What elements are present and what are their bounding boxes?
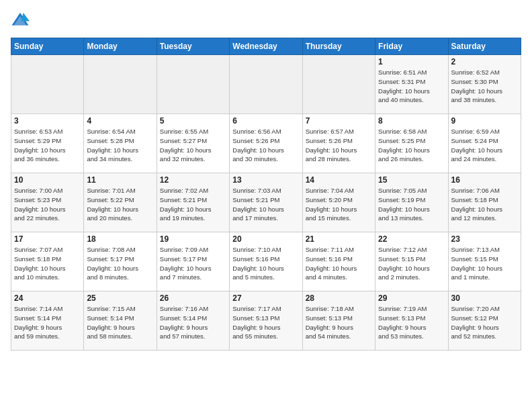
day-number: 4 [87, 116, 153, 126]
day-number: 26 [160, 293, 226, 303]
day-info: Sunrise: 6:51 AM Sunset: 5:31 PM Dayligh… [378, 68, 445, 105]
day-info: Sunrise: 7:03 AM Sunset: 5:21 PM Dayligh… [232, 186, 299, 223]
calendar: SundayMondayTuesdayWednesdayThursdayFrid… [11, 38, 521, 351]
calendar-cell: 19Sunrise: 7:09 AM Sunset: 5:17 PM Dayli… [157, 232, 229, 291]
day-number: 2 [451, 57, 518, 66]
svg-marker-2 [21, 13, 30, 21]
day-info: Sunrise: 7:07 AM Sunset: 5:18 PM Dayligh… [14, 245, 81, 282]
day-info: Sunrise: 7:14 AM Sunset: 5:14 PM Dayligh… [14, 304, 81, 341]
calendar-header: SundayMondayTuesdayWednesdayThursdayFrid… [11, 38, 521, 55]
day-info: Sunrise: 6:58 AM Sunset: 5:25 PM Dayligh… [378, 127, 445, 164]
day-info: Sunrise: 6:56 AM Sunset: 5:26 PM Dayligh… [232, 127, 299, 164]
weekday-header: Wednesday [230, 38, 302, 55]
calendar-cell: 21Sunrise: 7:11 AM Sunset: 5:16 PM Dayli… [302, 232, 375, 291]
day-number: 23 [451, 234, 518, 244]
day-number: 16 [451, 175, 518, 185]
day-number: 21 [306, 234, 372, 244]
calendar-week: 24Sunrise: 7:14 AM Sunset: 5:14 PM Dayli… [11, 291, 521, 351]
day-number: 28 [306, 293, 372, 303]
calendar-cell: 22Sunrise: 7:12 AM Sunset: 5:15 PM Dayli… [375, 232, 448, 291]
day-number: 12 [160, 175, 226, 185]
calendar-cell: 15Sunrise: 7:05 AM Sunset: 5:19 PM Dayli… [375, 173, 448, 232]
day-info: Sunrise: 7:08 AM Sunset: 5:17 PM Dayligh… [87, 245, 153, 282]
logo [11, 11, 32, 30]
day-number: 15 [378, 175, 445, 185]
calendar-body: 1Sunrise: 6:51 AM Sunset: 5:31 PM Daylig… [11, 55, 521, 351]
page: SundayMondayTuesdayWednesdayThursdayFrid… [0, 0, 532, 357]
day-info: Sunrise: 7:06 AM Sunset: 5:18 PM Dayligh… [451, 186, 518, 223]
calendar-cell: 18Sunrise: 7:08 AM Sunset: 5:17 PM Dayli… [84, 232, 157, 291]
day-number: 14 [306, 175, 372, 185]
calendar-cell: 4Sunrise: 6:54 AM Sunset: 5:28 PM Daylig… [84, 114, 157, 173]
day-info: Sunrise: 7:02 AM Sunset: 5:21 PM Dayligh… [160, 186, 226, 223]
day-number: 17 [14, 234, 81, 244]
calendar-cell [11, 55, 84, 114]
calendar-week: 3Sunrise: 6:53 AM Sunset: 5:29 PM Daylig… [11, 114, 521, 173]
day-number: 8 [378, 116, 445, 126]
day-info: Sunrise: 7:19 AM Sunset: 5:13 PM Dayligh… [378, 304, 445, 341]
day-info: Sunrise: 7:04 AM Sunset: 5:20 PM Dayligh… [306, 186, 372, 223]
day-number: 29 [378, 293, 445, 303]
day-info: Sunrise: 7:00 AM Sunset: 5:23 PM Dayligh… [14, 186, 81, 223]
calendar-cell: 7Sunrise: 6:57 AM Sunset: 5:26 PM Daylig… [302, 114, 375, 173]
calendar-cell: 10Sunrise: 7:00 AM Sunset: 5:23 PM Dayli… [11, 173, 84, 232]
weekday-header: Tuesday [157, 38, 229, 55]
weekday-header: Saturday [448, 38, 521, 55]
calendar-cell: 26Sunrise: 7:16 AM Sunset: 5:14 PM Dayli… [157, 291, 229, 351]
day-info: Sunrise: 6:59 AM Sunset: 5:24 PM Dayligh… [451, 127, 518, 164]
day-info: Sunrise: 7:01 AM Sunset: 5:22 PM Dayligh… [87, 186, 153, 223]
calendar-cell: 23Sunrise: 7:13 AM Sunset: 5:15 PM Dayli… [448, 232, 521, 291]
day-number: 13 [232, 175, 299, 185]
calendar-cell: 29Sunrise: 7:19 AM Sunset: 5:13 PM Dayli… [375, 291, 448, 351]
day-number: 18 [87, 234, 153, 244]
calendar-cell: 27Sunrise: 7:17 AM Sunset: 5:13 PM Dayli… [230, 291, 302, 351]
day-number: 30 [451, 293, 518, 303]
day-info: Sunrise: 6:57 AM Sunset: 5:26 PM Dayligh… [306, 127, 372, 164]
day-number: 1 [378, 57, 445, 66]
calendar-cell: 6Sunrise: 6:56 AM Sunset: 5:26 PM Daylig… [230, 114, 302, 173]
day-number: 25 [87, 293, 153, 303]
calendar-cell: 28Sunrise: 7:18 AM Sunset: 5:13 PM Dayli… [302, 291, 375, 351]
calendar-cell: 3Sunrise: 6:53 AM Sunset: 5:29 PM Daylig… [11, 114, 84, 173]
calendar-cell: 16Sunrise: 7:06 AM Sunset: 5:18 PM Dayli… [448, 173, 521, 232]
day-number: 10 [14, 175, 81, 185]
day-number: 24 [14, 293, 81, 303]
calendar-cell [302, 55, 375, 114]
day-info: Sunrise: 7:18 AM Sunset: 5:13 PM Dayligh… [306, 304, 372, 341]
calendar-cell: 8Sunrise: 6:58 AM Sunset: 5:25 PM Daylig… [375, 114, 448, 173]
day-number: 19 [160, 234, 226, 244]
day-info: Sunrise: 6:54 AM Sunset: 5:28 PM Dayligh… [87, 127, 153, 164]
calendar-cell: 17Sunrise: 7:07 AM Sunset: 5:18 PM Dayli… [11, 232, 84, 291]
calendar-week: 17Sunrise: 7:07 AM Sunset: 5:18 PM Dayli… [11, 232, 521, 291]
calendar-cell [84, 55, 157, 114]
calendar-cell: 2Sunrise: 6:52 AM Sunset: 5:30 PM Daylig… [448, 55, 521, 114]
header [11, 11, 521, 30]
calendar-week: 1Sunrise: 6:51 AM Sunset: 5:31 PM Daylig… [11, 55, 521, 114]
day-info: Sunrise: 7:12 AM Sunset: 5:15 PM Dayligh… [378, 245, 445, 282]
calendar-cell: 20Sunrise: 7:10 AM Sunset: 5:16 PM Dayli… [230, 232, 302, 291]
weekday-header: Sunday [11, 38, 84, 55]
day-info: Sunrise: 7:13 AM Sunset: 5:15 PM Dayligh… [451, 245, 518, 282]
day-number: 20 [232, 234, 299, 244]
weekday-header: Thursday [302, 38, 375, 55]
day-number: 22 [378, 234, 445, 244]
weekday-header: Monday [84, 38, 157, 55]
calendar-cell: 1Sunrise: 6:51 AM Sunset: 5:31 PM Daylig… [375, 55, 448, 114]
day-info: Sunrise: 7:16 AM Sunset: 5:14 PM Dayligh… [160, 304, 226, 341]
day-info: Sunrise: 7:17 AM Sunset: 5:13 PM Dayligh… [232, 304, 299, 341]
day-info: Sunrise: 7:11 AM Sunset: 5:16 PM Dayligh… [306, 245, 372, 282]
day-info: Sunrise: 7:09 AM Sunset: 5:17 PM Dayligh… [160, 245, 226, 282]
day-number: 3 [14, 116, 81, 126]
calendar-cell: 30Sunrise: 7:20 AM Sunset: 5:12 PM Dayli… [448, 291, 521, 351]
calendar-cell: 5Sunrise: 6:55 AM Sunset: 5:27 PM Daylig… [157, 114, 229, 173]
day-info: Sunrise: 7:10 AM Sunset: 5:16 PM Dayligh… [232, 245, 299, 282]
calendar-cell: 13Sunrise: 7:03 AM Sunset: 5:21 PM Dayli… [230, 173, 302, 232]
logo-icon [11, 11, 30, 30]
day-number: 5 [160, 116, 226, 126]
weekday-header: Friday [375, 38, 448, 55]
day-number: 7 [306, 116, 372, 126]
calendar-cell: 25Sunrise: 7:15 AM Sunset: 5:14 PM Dayli… [84, 291, 157, 351]
day-number: 11 [87, 175, 153, 185]
calendar-cell: 11Sunrise: 7:01 AM Sunset: 5:22 PM Dayli… [84, 173, 157, 232]
calendar-cell [230, 55, 302, 114]
